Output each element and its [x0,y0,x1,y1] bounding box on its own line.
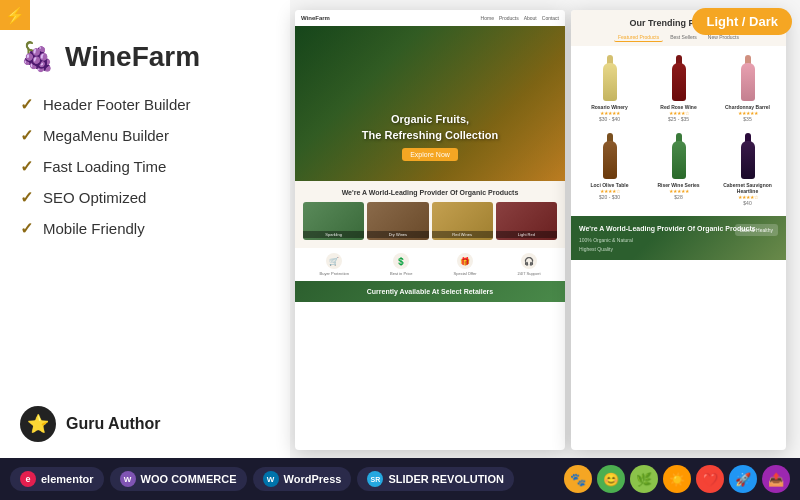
product-card: Cabernet Sauvignon Heartline ★★★★☆ $40 [715,130,780,210]
product-bottle [717,134,778,179]
product-bottle [579,134,640,179]
preview-hero-title: Organic Fruits, The Refreshing Collectio… [295,112,565,143]
bottom-bar: e elementor W WOO COMMERCE W WordPress S… [0,458,800,500]
product-card: Red Rose Wine ★★★★☆ $25 - $35 [646,52,711,126]
price-icon: 💲 [393,253,409,269]
sun-icon[interactable]: ☀️ [663,465,691,493]
grape-icon: 🍇 [20,40,55,73]
check-icon: ✓ [20,95,33,114]
grid-item-red: Red Wines [432,202,493,240]
brand-logo: 🍇 WineFarm [20,40,270,73]
slider-label: SLIDER REVOLUTION [388,473,504,485]
nav-link: Home [481,15,494,21]
product-price: $28 [648,194,709,200]
grid-label: Dry Wines [367,231,428,238]
share-icon[interactable]: 📤 [762,465,790,493]
guru-author: ⭐ Guru Author [20,406,270,442]
elementor-label: elementor [41,473,94,485]
main-website-preview: WineFarm Home Products About Contact Org… [295,10,565,450]
product-price: $25 - $35 [648,116,709,122]
woo-label: WOO COMMERCE [141,473,237,485]
nav-link: Contact [542,15,559,21]
product-card: Rosario Winery ★★★★★ $30 - $40 [577,52,642,126]
lightning-icon: ⚡ [5,6,25,25]
paw-icon[interactable]: 🐾 [564,465,592,493]
wp-icon: W [263,471,279,487]
product-bottle [717,56,778,101]
product-price: $35 [717,116,778,122]
grid-item-sparkling: Sparkling [303,202,364,240]
smiley-icon[interactable]: 😊 [597,465,625,493]
check-icon: ✓ [20,188,33,207]
product-card: Chardonnay Barrel ★★★★★ $35 [715,52,780,126]
preview-icon-item: 🎁 Special Offer [454,253,477,276]
check-icon: ✓ [20,219,33,238]
filter-tab-bestsellers[interactable]: Best Sellers [666,33,701,42]
icon-label: Special Offer [454,271,477,276]
preview-grid: Sparkling Dry Wines Red Wines Light Red [303,202,557,240]
product-bottle [648,56,709,101]
guru-text: Guru Author [66,415,161,433]
guru-icon: ⭐ [20,406,56,442]
feature-item: ✓ SEO Optimized [20,188,270,207]
preview-navbar: WineFarm Home Products About Contact [295,10,565,26]
preview-hero: Organic Fruits, The Refreshing Collectio… [295,26,565,181]
woocommerce-badge: W WOO COMMERCE [110,467,247,491]
grid-label: Red Wines [432,231,493,238]
feature-label: Header Footer Builder [43,96,191,113]
feature-item: ✓ Mobile Friendly [20,219,270,238]
preview-nav-logo: WineFarm [301,15,330,21]
rocket-icon[interactable]: 🚀 [729,465,757,493]
wp-label: WordPress [284,473,342,485]
preview-nav-links: Home Products About Contact [481,15,559,21]
feature-label: Fast Loading Time [43,158,166,175]
grid-label: Light Red [496,231,557,238]
grid-label: Sparkling [303,231,364,238]
feature-label: MegaMenu Builder [43,127,169,144]
preview-icon-item: 🎧 24/7 Support [518,253,541,276]
preview-hero-overlay: Organic Fruits, The Refreshing Collectio… [295,112,565,161]
product-name: Cabernet Sauvignon Heartline [717,182,778,194]
preview-icon-item: 💲 Best in Price [390,253,412,276]
product-card: Loci Olive Table ★★★★☆ $20 - $30 [577,130,642,210]
check-icon: ✓ [20,126,33,145]
secondary-bottom: We're A World-Leading Provider Of Organi… [571,216,786,260]
product-bottle [648,134,709,179]
slider-icon: SR [367,471,383,487]
lightning-badge: ⚡ [0,0,30,30]
preview-banner-title: Currently Available At Select Retailers [301,287,559,296]
slider-badge: SR SLIDER REVOLUTION [357,467,514,491]
buyer-protection-icon: 🛒 [326,253,342,269]
filter-tab-featured[interactable]: Featured Products [614,33,663,42]
check-icon: ✓ [20,157,33,176]
features-list: ✓ Header Footer Builder ✓ MegaMenu Build… [20,95,270,250]
left-panel: 🍇 WineFarm ✓ Header Footer Builder ✓ Meg… [0,0,290,460]
secondary-bottom-sub1: 100% Organic & Natural [579,237,778,243]
preview-hero-button[interactable]: Explore Now [402,148,458,161]
feature-item: ✓ Fast Loading Time [20,157,270,176]
grid-item-light: Light Red [496,202,557,240]
preview-banner: Currently Available At Select Retailers [295,281,565,302]
nav-link: About [524,15,537,21]
heart-icon[interactable]: ❤️ [696,465,724,493]
offer-icon: 🎁 [457,253,473,269]
preview-icons-row: 🛒 Buyer Protection 💲 Best in Price 🎁 Spe… [295,248,565,281]
leaf-icon[interactable]: 🌿 [630,465,658,493]
feature-label: Mobile Friendly [43,220,145,237]
secondary-website-preview: Our Trending Products Featured Products … [571,10,786,450]
preview-section: We're A World-Leading Provider Of Organi… [295,181,565,248]
feature-item: ✓ Header Footer Builder [20,95,270,114]
light-dark-toggle[interactable]: Light / Dark [692,8,792,35]
nav-link: Products [499,15,519,21]
right-screenshot: WineFarm Home Products About Contact Org… [295,10,795,460]
icon-label: Best in Price [390,271,412,276]
product-bottle [579,56,640,101]
grid-item-dry: Dry Wines [367,202,428,240]
feature-label: SEO Optimized [43,189,146,206]
product-price: $30 - $40 [579,116,640,122]
secondary-bottom-sub2: Highest Quality [579,246,778,252]
feature-item: ✓ MegaMenu Builder [20,126,270,145]
secondary-bottom-badge: Safe & Healthy [735,224,778,236]
support-icon: 🎧 [521,253,537,269]
brand-name: WineFarm [65,41,200,73]
